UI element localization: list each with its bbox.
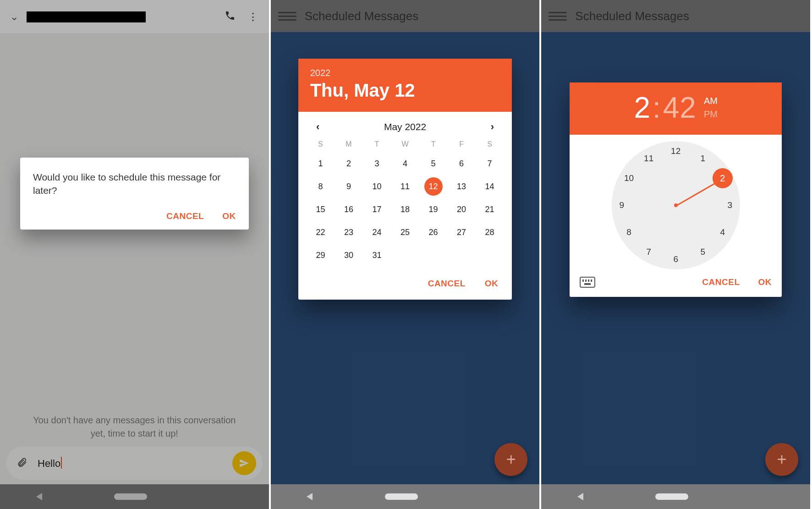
send-button[interactable]	[232, 451, 256, 475]
time-colon: :	[653, 91, 661, 125]
picker-date[interactable]: Thu, May 12	[310, 80, 500, 101]
call-icon[interactable]	[219, 10, 241, 24]
clock-center-pin	[674, 203, 678, 207]
dow-header: F	[447, 140, 476, 148]
pm-toggle[interactable]: PM	[704, 109, 718, 120]
fab-add-button[interactable]: +	[494, 443, 527, 476]
nav-back-icon[interactable]	[36, 493, 42, 500]
plus-icon: +	[506, 450, 516, 469]
calendar-day[interactable]: 23	[335, 224, 363, 240]
calendar-day[interactable]: 10	[363, 179, 391, 194]
dow-header: S	[476, 140, 504, 148]
screen-2-date-picker: Scheduled Messages + 2022 Thu, May 12 ‹ …	[271, 0, 542, 509]
clock-hour-number[interactable]: 7	[642, 247, 656, 257]
picker-minute[interactable]: 42	[663, 91, 697, 125]
calendar-day[interactable]: 25	[391, 224, 419, 240]
calendar-day[interactable]: 27	[447, 224, 476, 240]
calendar-day[interactable]: 11	[391, 179, 419, 194]
clock-hour-number[interactable]: 6	[669, 254, 683, 264]
picker-hour[interactable]: 2	[634, 91, 651, 125]
calendar-day[interactable]: 4	[391, 156, 419, 171]
calendar-day[interactable]: 21	[476, 202, 504, 217]
calendar-day[interactable]: 9	[335, 179, 363, 194]
calendar-day[interactable]: 17	[363, 202, 391, 217]
calendar-day[interactable]: 29	[307, 247, 335, 263]
cancel-button[interactable]: CANCEL	[428, 279, 466, 289]
attach-icon[interactable]	[13, 456, 31, 471]
clock-hour-number[interactable]: 8	[621, 227, 636, 237]
dow-header: S	[307, 140, 335, 148]
nav-home-pill[interactable]	[114, 493, 147, 500]
calendar-day[interactable]: 6	[447, 156, 476, 171]
prev-month-icon[interactable]: ‹	[311, 121, 325, 133]
calendar-grid: SMTWTFS123456789101112131415161718192021…	[298, 136, 512, 274]
calendar-day[interactable]: 14	[476, 179, 504, 194]
screen-3-time-picker: Scheduled Messages + 2 : 42 AM PM 121234…	[541, 0, 812, 509]
clock-hour-number[interactable]: 11	[642, 153, 656, 164]
nav-back-icon[interactable]	[307, 493, 313, 500]
keyboard-input-icon[interactable]	[580, 277, 595, 288]
ok-button[interactable]: OK	[758, 277, 772, 287]
screen-1-conversation: ⌄ ⋮ You don't have any messages in this …	[0, 0, 271, 509]
contact-name-redacted	[27, 11, 146, 22]
clock-hour-number[interactable]: 5	[696, 247, 710, 257]
schedule-confirm-dialog: Would you like to schedule this message …	[20, 158, 249, 230]
calendar-day[interactable]: 7	[476, 156, 504, 171]
clock-hour-number[interactable]: 12	[669, 146, 683, 156]
fab-add-button[interactable]: +	[765, 443, 798, 476]
am-toggle[interactable]: AM	[704, 96, 718, 106]
clock-hour-number[interactable]: 9	[614, 200, 629, 210]
calendar-day[interactable]: 16	[335, 202, 363, 217]
calendar-day[interactable]: 12	[419, 179, 448, 194]
text-cursor	[61, 457, 62, 469]
android-navbar	[541, 484, 810, 509]
date-picker-actions: CANCEL OK	[298, 274, 512, 300]
clock-hour-number[interactable]: 3	[723, 200, 737, 210]
calendar-day[interactable]: 24	[363, 224, 391, 240]
clock-hour-number[interactable]: 4	[715, 227, 730, 237]
calendar-day[interactable]: 31	[363, 247, 391, 263]
message-input-value: Hello	[38, 458, 60, 469]
calendar-day[interactable]: 8	[307, 179, 335, 194]
calendar-day[interactable]: 1	[307, 156, 335, 171]
screen1-background: ⌄ ⋮ You don't have any messages in this …	[0, 0, 269, 509]
calendar-day[interactable]: 13	[447, 179, 476, 194]
calendar-day[interactable]: 2	[335, 156, 363, 171]
calendar-day[interactable]: 5	[419, 156, 448, 171]
clock-hour-number[interactable]: 1	[696, 153, 710, 164]
nav-home-pill[interactable]	[655, 493, 688, 500]
analog-clock-face[interactable]: 121234567891011	[612, 141, 740, 269]
dow-header: T	[363, 140, 391, 148]
ok-button[interactable]: OK	[222, 211, 236, 221]
android-navbar	[271, 484, 540, 509]
time-picker-header: 2 : 42 AM PM	[570, 82, 782, 135]
calendar-day[interactable]: 30	[335, 247, 363, 263]
next-month-icon[interactable]: ›	[485, 121, 499, 133]
month-nav-row: ‹ May 2022 ›	[298, 112, 512, 136]
calendar-day[interactable]: 19	[419, 202, 448, 217]
nav-home-pill[interactable]	[385, 493, 418, 500]
ok-button[interactable]: OK	[485, 279, 499, 289]
message-input[interactable]: Hello	[31, 457, 232, 470]
clock-hour-number[interactable]: 10	[621, 173, 636, 183]
nav-back-icon[interactable]	[577, 493, 583, 500]
dow-header: W	[391, 140, 419, 148]
overflow-menu-icon[interactable]: ⋮	[241, 11, 264, 23]
calendar-day[interactable]: 26	[419, 224, 448, 240]
dialog-message: Would you like to schedule this message …	[33, 170, 236, 197]
collapse-icon[interactable]: ⌄	[5, 11, 24, 23]
calendar-day[interactable]: 28	[476, 224, 504, 240]
calendar-day[interactable]: 20	[447, 202, 476, 217]
calendar-day[interactable]: 15	[307, 202, 335, 217]
calendar-day[interactable]: 3	[363, 156, 391, 171]
cancel-button[interactable]: CANCEL	[702, 277, 740, 287]
calendar-day[interactable]: 18	[391, 202, 419, 217]
clock-hand	[675, 181, 718, 207]
conversation-appbar: ⌄ ⋮	[0, 0, 269, 34]
cancel-button[interactable]: CANCEL	[166, 211, 204, 221]
time-picker-actions: CANCEL OK	[570, 273, 782, 297]
calendar-day[interactable]: 22	[307, 224, 335, 240]
clock-selected-hour[interactable]: 2	[713, 168, 733, 188]
date-picker-header: 2022 Thu, May 12	[298, 59, 512, 112]
picker-year[interactable]: 2022	[310, 68, 500, 78]
